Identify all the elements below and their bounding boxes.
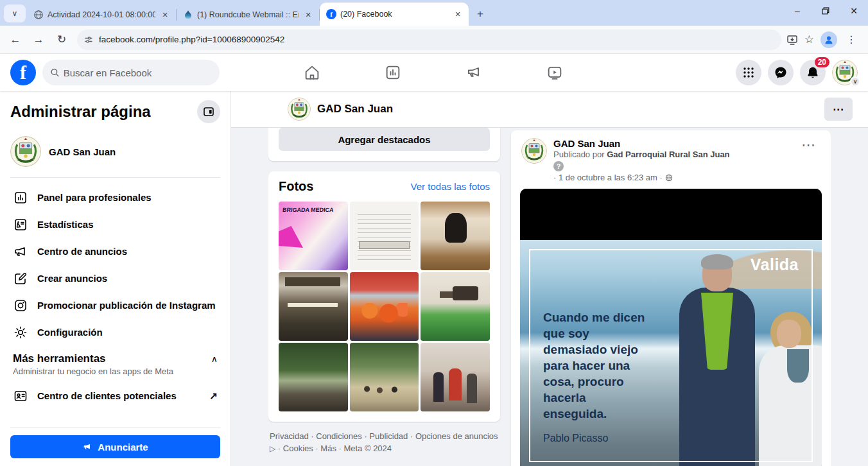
sidebar-item-professional-dashboard[interactable]: Panel para profesionales [10, 184, 220, 211]
photo-thumbnail[interactable] [350, 343, 419, 411]
sidebar-item-label: Centro de anuncios [37, 245, 127, 258]
install-app-icon[interactable] [786, 34, 798, 46]
sidebar-item-label: Crear anuncios [37, 272, 107, 285]
add-highlights-button[interactable]: Agregar destacados [279, 128, 490, 151]
tab-close-icon[interactable]: ✕ [159, 9, 171, 21]
photo-thumbnail[interactable] [421, 272, 490, 341]
instagram-icon [13, 298, 28, 313]
page-more-button[interactable]: ⋯ [824, 98, 853, 121]
browser-toolbar: ← → ↻ facebook.com/profile.php?id=100068… [0, 26, 868, 54]
more-tools-section-toggle[interactable]: Más herramientas ∧ [10, 352, 220, 365]
window-restore-button[interactable] [812, 0, 840, 22]
browser-tab-roundcube[interactable]: (1) Roundcube Webmail :: Entra ✕ [177, 4, 319, 26]
tab-title: (1) Roundcube Webmail :: Entra [197, 10, 299, 19]
sidebar-item-create-ads[interactable]: Crear anuncios [10, 265, 220, 292]
post-video-media[interactable]: Valida Cuando me dicen que soy demasiado… [520, 189, 822, 466]
facebook-nav-tabs [276, 54, 591, 91]
new-tab-button[interactable]: + [471, 5, 489, 23]
sidebar-item-label: Centro de clientes potenciales [37, 390, 177, 402]
more-tools-title: Más herramientas [13, 352, 106, 365]
chevron-down-icon: ∨ [850, 76, 860, 87]
post-card: GAD San Juan Publicado por Gad Parroquia… [511, 130, 831, 466]
post-author-avatar[interactable] [521, 138, 547, 164]
site-settings-icon[interactable] [83, 35, 94, 45]
nav-ads-tab[interactable] [438, 57, 510, 88]
page-sticky-header: GAD San Juan ⋯ [231, 91, 868, 128]
sidebar-page-link[interactable]: GAD San Juan [10, 132, 220, 176]
quote-image: Valida Cuando me dicen que soy demasiado… [520, 240, 822, 466]
facebook-search[interactable] [42, 60, 220, 85]
footer-links-line2[interactable]: · Cookies · Más · Meta © 2024 [278, 444, 392, 453]
flyer-text: BRIGADA MEDICA [282, 207, 334, 213]
photo-thumbnail[interactable] [279, 343, 348, 411]
photo-grid: BRIGADA MEDICA [279, 202, 490, 411]
tab-title: Actividad 2024-10-01 08:00:00 [48, 10, 155, 19]
sidebar-item-boost-instagram[interactable]: Promocionar publicación de Instagram [10, 292, 220, 319]
apps-menu-button[interactable] [736, 60, 761, 85]
footer-links: Privacidad · Condiciones · Publicidad · … [268, 431, 500, 455]
collapse-panel-icon [203, 106, 214, 117]
photo-thumbnail[interactable] [350, 202, 419, 270]
tab-close-icon[interactable]: ✕ [452, 8, 464, 20]
chrome-profile-avatar[interactable] [820, 31, 837, 48]
photo-thumbnail[interactable] [421, 202, 490, 270]
sidebar-item-settings[interactable]: Configuración [10, 319, 220, 346]
chrome-menu-icon[interactable]: ⋮ [844, 33, 859, 46]
nav-home-tab[interactable] [276, 57, 348, 88]
video-letterbox [520, 189, 822, 240]
admin-sidebar: Administrar página GAD San Juan Panel pa… [0, 91, 231, 466]
tab-close-icon[interactable]: ✕ [302, 9, 314, 21]
nav-video-tab[interactable] [519, 57, 591, 88]
browser-tab-actividad[interactable]: Actividad 2024-10-01 08:00:00 ✕ [27, 4, 176, 26]
notifications-button[interactable]: 20 [800, 60, 826, 85]
browser-tab-facebook[interactable]: f (20) Facebook ✕ [320, 3, 469, 26]
post-more-button[interactable]: ⋯ [797, 138, 820, 182]
toolbar-actions: ☆ ⋮ [786, 31, 863, 48]
info-question-badge[interactable]: ? [553, 161, 564, 171]
insights-icon [13, 217, 28, 232]
window-close-button[interactable]: ✕ [840, 0, 868, 22]
bookmark-star-icon[interactable]: ☆ [804, 33, 814, 46]
messenger-button[interactable] [768, 60, 794, 85]
restore-icon [822, 7, 829, 15]
pencil-square-icon [13, 271, 28, 286]
collapse-sidebar-button[interactable] [197, 100, 220, 123]
globe-privacy-icon [665, 174, 673, 182]
sidebar-item-leads-center[interactable]: Centro de clientes potenciales ↗ [10, 383, 220, 410]
footer-links-line1[interactable]: Privacidad · Condiciones · Publicidad · … [270, 431, 498, 441]
photo-thumbnail[interactable] [421, 343, 490, 411]
byline-page-name[interactable]: Gad Parroquial Rural San Juan [607, 150, 729, 159]
sidebar-item-label: Panel para profesionales [37, 191, 152, 204]
photo-thumbnail[interactable]: BRIGADA MEDICA [279, 202, 348, 270]
nav-professional-dashboard-tab[interactable] [357, 57, 429, 88]
browser-titlebar: ∨ Actividad 2024-10-01 08:00:00 ✕ (1) Ro… [0, 0, 868, 26]
sidebar-page-name: GAD San Juan [49, 146, 116, 157]
see-all-photos-link[interactable]: Ver todas las fotos [411, 181, 490, 192]
profile-right-column: GAD San Juan Publicado por Gad Parroquia… [511, 128, 831, 466]
tab-search-button[interactable]: ∨ [4, 4, 26, 22]
advertise-button[interactable]: Anunciarte [10, 435, 220, 458]
post-author-name[interactable]: GAD San Juan [553, 138, 730, 149]
chevron-up-icon: ∧ [211, 354, 218, 364]
advertise-section: Anunciarte [10, 426, 220, 458]
sidebar-item-ads-center[interactable]: Centro de anuncios [10, 238, 220, 265]
sidebar-item-insights[interactable]: Estadísticas [10, 211, 220, 238]
facebook-header: f 20 [0, 54, 868, 91]
reload-button[interactable]: ↻ [51, 30, 72, 50]
adchoices-icon[interactable]: ▷ [270, 444, 275, 453]
back-button[interactable]: ← [5, 30, 26, 50]
profile-columns: Agregar destacados Fotos Ver todas las f… [268, 128, 831, 466]
search-input[interactable] [64, 67, 212, 78]
window-minimize-button[interactable]: – [783, 0, 812, 22]
photo-thumbnail[interactable] [279, 272, 348, 341]
byline-prefix: Publicado por [553, 150, 607, 159]
facebook-logo[interactable]: f [10, 60, 36, 85]
post-timestamp[interactable]: · 1 de octubre a las 6:23 am · [553, 173, 730, 182]
page-crest-avatar[interactable] [288, 98, 311, 121]
address-bar[interactable]: facebook.com/profile.php?id=100068900902… [77, 30, 781, 50]
sidebar-item-label: Estadísticas [37, 218, 94, 231]
profile-avatar-button[interactable]: ∨ [832, 60, 858, 85]
photo-thumbnail[interactable] [350, 272, 419, 341]
highlights-card: Agregar destacados [268, 128, 500, 161]
forward-button[interactable]: → [28, 30, 49, 50]
